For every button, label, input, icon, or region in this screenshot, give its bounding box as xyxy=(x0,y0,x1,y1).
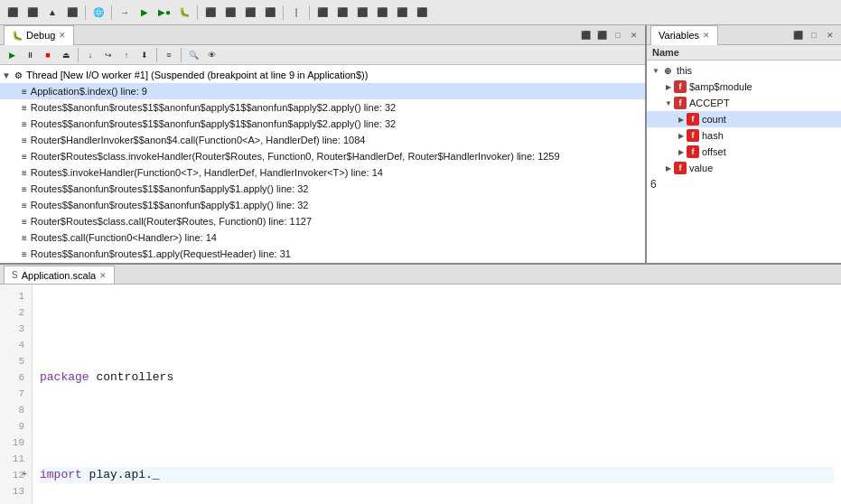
thread-item[interactable]: ▼ ⚙ Thread [New I/O worker #1] (Suspende… xyxy=(0,67,645,83)
var-hash-expander[interactable]: ▶ xyxy=(676,130,687,141)
disconnect-btn[interactable]: ⏏ xyxy=(58,47,74,63)
suspend-btn[interactable]: ⏸ xyxy=(22,47,38,63)
toolbar-btn-7[interactable]: ⬛ xyxy=(241,4,259,22)
separator-4 xyxy=(283,5,284,20)
debug-tab[interactable]: 🐛 Debug ✕ xyxy=(4,25,74,45)
var-accept-expander[interactable]: ▼ xyxy=(663,98,674,108)
import-path: play.api._ xyxy=(82,467,160,483)
stack-icon-1: ≡ xyxy=(22,103,27,113)
stack-frame-label-3: Router$HandlerInvoker$$anon$4.call(Funct… xyxy=(31,135,366,145)
pkg-name: controllers xyxy=(89,369,174,386)
ln-3: 3 xyxy=(0,321,28,337)
toolbar-btn-15[interactable]: ⬛ xyxy=(413,4,431,22)
var-offset-expander[interactable]: ▶ xyxy=(676,146,687,157)
var-this-icon: ⊕ xyxy=(661,64,674,77)
stack-frame-0[interactable]: ≡ Application$.index() line: 9 xyxy=(0,83,645,99)
variables-panel: Variables ✕ ⬛ □ ✕ Name ▼ ⊕ this xyxy=(647,25,841,263)
toolbar-btn-play[interactable]: ▶ xyxy=(135,4,154,22)
terminate-btn[interactable]: ■ xyxy=(40,47,56,63)
step-over-btn[interactable]: ↪ xyxy=(100,47,117,63)
watch-btn[interactable]: 👁 xyxy=(203,47,220,63)
stack-frame-3[interactable]: ≡ Router$HandlerInvoker$$anon$4.call(Fun… xyxy=(0,132,645,148)
debug-action-3[interactable]: □ xyxy=(611,28,625,42)
toolbar-btn-14[interactable]: ⬛ xyxy=(393,4,411,22)
stack-frame-9[interactable]: ≡ Routes$.call(Function0<Handler>) line:… xyxy=(0,229,645,246)
stack-frame-label-0: Application$.index() line: 9 xyxy=(31,86,147,97)
var-count-expander[interactable]: ▶ xyxy=(676,114,687,125)
separator-3 xyxy=(197,5,198,20)
toolbar-btn-10[interactable]: ⬛ xyxy=(313,4,332,22)
editor-tab-app[interactable]: S Application.scala ✕ xyxy=(4,266,115,284)
var-hash[interactable]: ▶ f hash xyxy=(647,127,841,144)
kw-package: package xyxy=(40,369,89,386)
stack-icon-0: ≡ xyxy=(22,87,27,97)
stack-frame-6[interactable]: ≡ Routes$$anonfun$routes$1$$anonfun$appl… xyxy=(0,181,645,197)
debug-tab-close[interactable]: ✕ xyxy=(59,31,66,40)
toolbar-btn-12[interactable]: ⬛ xyxy=(353,4,371,22)
inspect-btn[interactable]: 🔍 xyxy=(185,47,201,63)
toolbar-btn-6[interactable]: ⬛ xyxy=(221,4,239,22)
toolbar-btn-globe[interactable]: 🌐 xyxy=(89,4,107,22)
toolbar-btn-13[interactable]: ⬛ xyxy=(373,4,391,22)
toolbar-btn-2[interactable]: ⬛ xyxy=(23,4,42,22)
debug-action-2[interactable]: ⬛ xyxy=(594,28,609,42)
var-count-name: count xyxy=(702,114,726,125)
debug-action-4[interactable]: ✕ xyxy=(627,28,641,42)
variables-action-3[interactable]: ✕ xyxy=(823,28,837,42)
drop-frame-btn[interactable]: ⬇ xyxy=(136,47,153,63)
toolbar-btn-arrow[interactable]: → xyxy=(116,4,134,22)
toolbar-btn-3[interactable]: ▲ xyxy=(43,4,61,22)
var-offset[interactable]: ▶ f offset xyxy=(647,144,841,160)
var-value[interactable]: ▶ f value xyxy=(647,160,841,176)
code-line-1 xyxy=(40,321,834,337)
step-return-btn[interactable]: ↑ xyxy=(118,47,135,63)
sep xyxy=(78,48,79,62)
stack-frame-7[interactable]: ≡ Routes$$anonfun$routes$1$$anonfun$appl… xyxy=(0,197,645,213)
step-into-btn[interactable]: ↓ xyxy=(82,47,98,63)
var-this-expander[interactable]: ▼ xyxy=(650,65,661,76)
stack-frame-8[interactable]: ≡ Router$Routes$class.call(Router$Routes… xyxy=(0,213,645,229)
variables-action-1[interactable]: ⬛ xyxy=(790,28,805,42)
kw-import: import xyxy=(40,467,82,483)
stack-frame-label-8: Router$Routes$class.call(Router$Routes, … xyxy=(31,216,312,227)
editor-tab-close[interactable]: ✕ xyxy=(99,271,107,280)
editor-content: 1 2 3 4 5 6 7 8 9 10 11 12 13 14 xyxy=(0,285,841,504)
code-line-3 xyxy=(40,418,834,434)
stack-icon-9: ≡ xyxy=(22,233,27,243)
var-amp-module[interactable]: ▶ f $amp$module xyxy=(647,79,841,95)
toolbar-btn-8[interactable]: ⬛ xyxy=(261,4,279,22)
debug-action-1[interactable]: ⬛ xyxy=(578,28,593,42)
toolbar-btn-run[interactable]: ▶● xyxy=(155,4,173,22)
var-amp-expander[interactable]: ▶ xyxy=(663,81,674,92)
stack-frame-5[interactable]: ≡ Routes$.invokeHandler(Function0<T>, Ha… xyxy=(0,164,645,181)
var-this[interactable]: ▼ ⊕ this xyxy=(647,62,841,79)
var-value-name: value xyxy=(689,163,713,173)
resume-btn[interactable]: ▶ xyxy=(4,47,20,63)
toolbar-btn-4[interactable]: ⬛ xyxy=(63,4,81,22)
var-count-display: 6 xyxy=(647,176,841,192)
stack-frame-label-1: Routes$$anonfun$routes$1$$anonfun$apply$… xyxy=(31,102,396,113)
use-step-filters-btn[interactable]: ≡ xyxy=(161,47,177,63)
toolbar-btn-5[interactable]: ⬛ xyxy=(201,4,220,22)
debug-panel: 🐛 Debug ✕ ⬛ ⬛ □ ✕ ▶ ⏸ ■ ⏏ ↓ ↪ xyxy=(0,25,647,263)
stack-frame-2[interactable]: ≡ Routes$$anonfun$routes$1$$anonfun$appl… xyxy=(0,116,645,132)
var-count[interactable]: ▶ f count xyxy=(647,111,841,127)
var-accept[interactable]: ▼ f ACCEPT xyxy=(647,95,841,111)
toolbar-btn-bug[interactable]: 🐛 xyxy=(175,4,193,22)
ln-6: 6 xyxy=(0,369,28,386)
stack-frame-4[interactable]: ≡ Router$Routes$class.invokeHandler(Rout… xyxy=(0,148,645,164)
ln-7: 7 xyxy=(0,386,28,402)
toolbar-btn-11[interactable]: ⬛ xyxy=(333,4,351,22)
code-line-4: + import play.api._ xyxy=(40,467,834,483)
stack-frame-10[interactable]: ≡ Routes$$anonfun$routes$1.apply(Request… xyxy=(0,246,645,262)
variables-tab[interactable]: Variables ✕ xyxy=(650,25,718,45)
variables-tab-close[interactable]: ✕ xyxy=(703,31,710,40)
toolbar-btn-1[interactable]: ⬛ xyxy=(4,4,22,22)
ln-5: 5 xyxy=(0,353,28,369)
sep2 xyxy=(156,48,157,62)
variables-action-2[interactable]: □ xyxy=(807,28,821,42)
stack-frame-1[interactable]: ≡ Routes$$anonfun$routes$1$$anonfun$appl… xyxy=(0,99,645,116)
stack-frame-label-4: Router$Routes$class.invokeHandler(Router… xyxy=(31,151,560,162)
var-value-expander[interactable]: ▶ xyxy=(663,163,674,173)
toolbar-btn-9[interactable]: | xyxy=(287,4,305,22)
